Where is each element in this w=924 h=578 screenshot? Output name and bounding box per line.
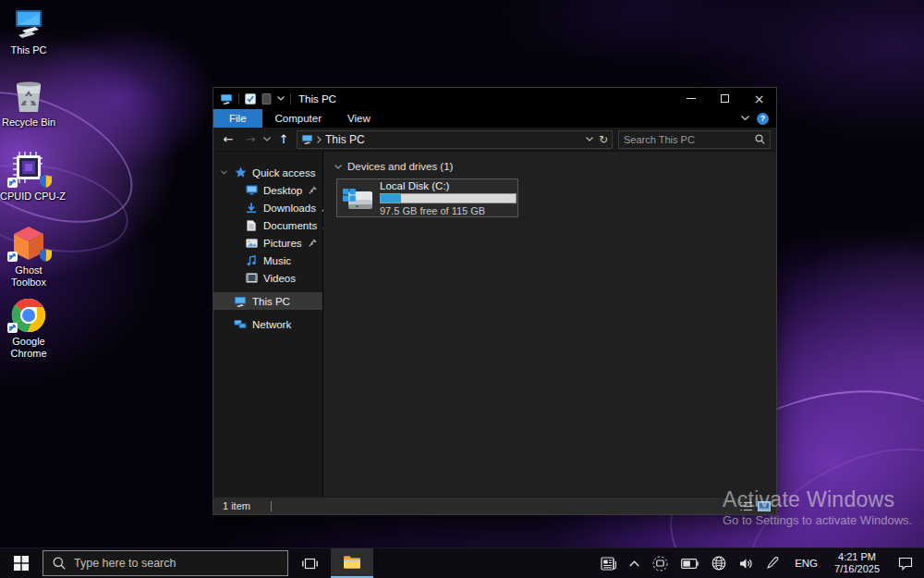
maximize-icon (721, 94, 729, 103)
sidebar-item-label: Network (252, 319, 291, 330)
expand-chevron-icon[interactable] (221, 170, 227, 175)
drive-usage-fill (381, 194, 401, 203)
taskbar-file-explorer-button[interactable] (331, 548, 373, 578)
group-collapse-chevron-icon[interactable] (334, 165, 342, 169)
group-header-devices-and-drives[interactable]: Devices and drives (1) (333, 161, 776, 172)
window-body: Quick access Desktop Downloads (213, 152, 776, 497)
close-button[interactable]: × (742, 88, 776, 109)
taskbar-search-box[interactable] (43, 550, 288, 576)
sidebar-item-label: Pictures (263, 238, 302, 249)
navigation-pane: Quick access Desktop Downloads (213, 152, 323, 497)
tab-computer[interactable]: Computer (262, 109, 335, 128)
desktop-icon-chrome[interactable]: Google Chrome (0, 296, 57, 360)
help-icon[interactable]: ? (757, 113, 769, 125)
minimize-button[interactable] (674, 88, 708, 109)
title-bar[interactable]: This PC × (213, 88, 776, 109)
desktop-icon-label: This PC (0, 44, 57, 56)
desktop-icon-label: Recycle Bin (0, 117, 57, 129)
refresh-icon[interactable]: ↻ (599, 133, 608, 146)
desktop-icon-cpuz[interactable]: CPUID CPU-Z (0, 151, 57, 203)
details-view-button[interactable] (740, 501, 752, 511)
address-bar[interactable]: This PC ↻ (297, 130, 613, 149)
language-indicator[interactable]: ENG (785, 558, 827, 569)
address-dropdown-chevron-icon[interactable] (586, 137, 593, 141)
volume-icon[interactable] (733, 548, 760, 578)
videos-icon (245, 273, 258, 283)
desktop-icon-recycle-bin[interactable]: Recycle Bin (0, 77, 57, 129)
recent-locations-chevron-icon[interactable] (263, 137, 271, 141)
system-tray: ENG 4:21 PM 7/16/2025 (594, 548, 924, 578)
sidebar-item-network[interactable]: Network (213, 315, 322, 333)
sidebar-item-documents[interactable]: Documents (213, 216, 322, 234)
action-center-button[interactable] (887, 548, 924, 578)
pictures-icon (245, 239, 258, 248)
desktop-icon-label: Ghost Toolbox (0, 264, 57, 289)
desktop-folder-icon (245, 185, 258, 195)
caption-buttons: × (674, 88, 776, 109)
sidebar-item-pictures[interactable]: Pictures (213, 234, 322, 252)
search-input[interactable] (624, 134, 755, 145)
tab-view[interactable]: View (334, 109, 383, 128)
sidebar-item-label: Videos (263, 273, 296, 284)
desktop-icon-this-pc[interactable]: This PC (0, 5, 57, 56)
large-icons-view-button[interactable] (758, 501, 771, 511)
chrome-icon (0, 296, 57, 333)
sidebar-item-label: This PC (252, 296, 290, 307)
sidebar-item-desktop[interactable]: Desktop (213, 181, 322, 199)
taskbar: ENG 4:21 PM 7/16/2025 (0, 547, 924, 578)
address-bar-controls: ↻ (586, 133, 608, 146)
qat-customize-chevron-icon[interactable] (277, 96, 285, 101)
task-view-button[interactable] (288, 548, 331, 578)
file-explorer-window: This PC × File Computer View ? ← → ↑ (213, 87, 777, 515)
this-pc-small-icon (234, 296, 247, 307)
forward-button[interactable]: → (241, 132, 260, 146)
qat-properties-button[interactable] (245, 93, 256, 105)
this-pc-icon (0, 5, 57, 42)
sidebar-item-this-pc[interactable]: This PC (213, 292, 322, 310)
sidebar-item-label: Desktop (263, 185, 302, 196)
back-button[interactable]: ← (219, 132, 237, 146)
cpuz-icon (0, 151, 57, 188)
windows-ink-pen-icon[interactable] (760, 548, 785, 578)
ghost-toolbox-icon (0, 225, 57, 262)
window-system-icon[interactable] (220, 93, 233, 105)
minimize-icon (687, 98, 696, 99)
up-button[interactable]: ↑ (274, 132, 293, 146)
battery-icon[interactable] (675, 548, 705, 578)
desktop-icon-ghost-toolbox[interactable]: Ghost Toolbox (0, 225, 57, 289)
search-icon[interactable] (755, 134, 765, 144)
drive-info: Local Disk (C:) 97.5 GB free of 115 GB (380, 180, 514, 216)
maximize-button[interactable] (708, 88, 742, 109)
sidebar-item-videos[interactable]: Videos (213, 269, 322, 287)
drive-usage-bar (380, 193, 517, 203)
tray-display-icon[interactable] (646, 548, 675, 578)
sidebar-item-music[interactable]: Music (213, 252, 322, 269)
toolbar-separator (238, 93, 239, 105)
sidebar-item-downloads[interactable]: Downloads (213, 199, 322, 216)
qat-new-folder-button[interactable] (261, 93, 272, 105)
search-box[interactable] (618, 130, 771, 149)
taskbar-search-input[interactable] (74, 557, 278, 570)
news-and-interests-button[interactable] (594, 548, 623, 578)
sidebar-item-quick-access[interactable]: Quick access (213, 164, 322, 181)
file-list-pane: Devices and drives (1) (323, 152, 776, 497)
shortcut-arrow-badge (7, 252, 18, 262)
show-hidden-icons-chevron[interactable] (623, 548, 646, 578)
breadcrumb-segment[interactable]: This PC (325, 133, 365, 146)
desktop-icon-label: CPUID CPU-Z (0, 191, 57, 203)
sidebar-item-label: Downloads (263, 203, 316, 214)
breadcrumb-chevron-icon[interactable] (317, 136, 322, 143)
start-button[interactable] (0, 548, 43, 578)
toolbar-separator (290, 93, 291, 105)
clock-date: 7/16/2025 (834, 563, 880, 575)
tab-file[interactable]: File (213, 109, 262, 128)
address-location-icon (301, 134, 313, 144)
expand-ribbon-chevron-icon[interactable] (741, 116, 749, 121)
drive-tile-local-disk-c[interactable]: Local Disk (C:) 97.5 GB free of 115 GB (336, 178, 518, 217)
music-icon (245, 255, 258, 266)
drive-name: Local Disk (C:) (380, 180, 514, 191)
clock[interactable]: 4:21 PM 7/16/2025 (827, 551, 887, 575)
ribbon-right-controls: ? (741, 109, 776, 128)
recycle-bin-icon (0, 77, 57, 114)
network-globe-icon[interactable] (705, 548, 733, 578)
